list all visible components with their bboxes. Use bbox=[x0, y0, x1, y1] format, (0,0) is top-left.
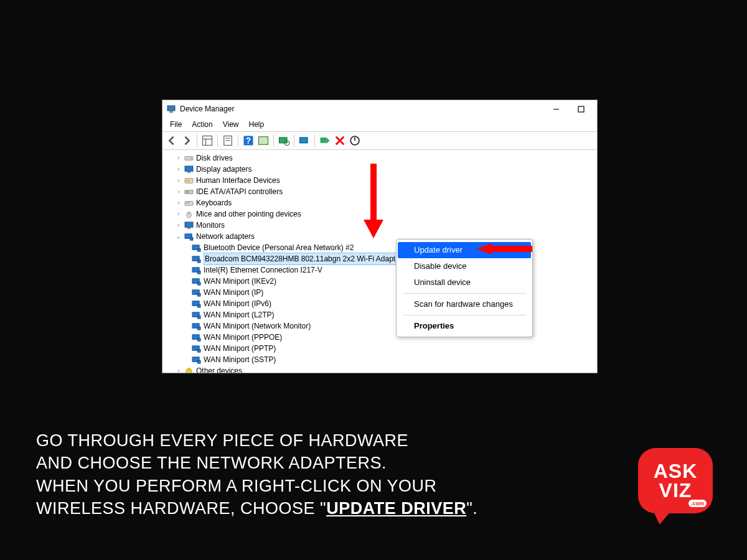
menu-action[interactable]: Action bbox=[187, 119, 217, 130]
svg-rect-37 bbox=[190, 237, 193, 240]
expand-icon[interactable] bbox=[175, 164, 182, 175]
menu-bar: File Action View Help bbox=[162, 118, 597, 131]
tree-node-monitors[interactable]: Monitors bbox=[164, 220, 596, 231]
logo-bubble-icon: ASK VIZ .com bbox=[638, 448, 713, 513]
network-adapter-icon bbox=[191, 333, 201, 342]
tree-label: WAN Miniport (IKEv2) bbox=[204, 276, 276, 287]
ide-icon bbox=[184, 187, 194, 196]
expand-icon[interactable] bbox=[175, 365, 182, 373]
network-adapter-icon bbox=[191, 355, 201, 364]
tree-label: IDE ATA/ATAPI controllers bbox=[196, 186, 283, 197]
tree-item-wan-sstp[interactable]: WAN Miniport (SSTP) bbox=[164, 354, 596, 365]
update-driver-button[interactable] bbox=[298, 134, 311, 147]
ctx-separator bbox=[403, 293, 526, 294]
network-adapter-icon bbox=[191, 277, 201, 286]
expand-icon[interactable] bbox=[175, 220, 182, 231]
tree-node-mice[interactable]: Mice and other pointing devices bbox=[164, 208, 596, 220]
svg-text:?: ? bbox=[187, 368, 190, 373]
tree-label: Keyboards bbox=[196, 197, 232, 208]
svg-rect-29 bbox=[186, 202, 186, 203]
title-bar[interactable]: Device Manager bbox=[162, 100, 597, 118]
scan-hardware-button[interactable] bbox=[277, 134, 291, 147]
menu-view[interactable]: View bbox=[218, 119, 244, 130]
svg-text:?: ? bbox=[246, 136, 251, 146]
display-icon bbox=[184, 165, 194, 174]
enable-device-button[interactable] bbox=[318, 134, 332, 147]
tree-label: WAN Miniport (PPPOE) bbox=[204, 332, 282, 343]
ctx-update-driver[interactable]: Update driver bbox=[398, 242, 531, 258]
network-adapter-icon bbox=[191, 288, 201, 297]
tree-node-disk-drives[interactable]: Disk drives bbox=[164, 152, 596, 164]
mouse-icon bbox=[184, 210, 194, 218]
forward-button[interactable] bbox=[180, 134, 194, 147]
ctx-disable-device[interactable]: Disable device bbox=[398, 258, 531, 274]
svg-rect-4 bbox=[203, 136, 212, 146]
svg-rect-59 bbox=[197, 360, 200, 363]
expand-icon[interactable] bbox=[175, 175, 182, 186]
expand-icon[interactable] bbox=[175, 208, 182, 220]
svg-rect-26 bbox=[186, 191, 187, 192]
svg-rect-3 bbox=[578, 106, 584, 112]
ctx-properties[interactable]: Properties bbox=[398, 318, 531, 334]
tree-node-display-adapters[interactable]: Display adapters bbox=[164, 164, 596, 175]
other-icon: ? bbox=[184, 366, 194, 373]
toolbar: ? bbox=[162, 131, 597, 150]
tree-label: Disk drives bbox=[196, 152, 233, 164]
tree-label: Network adapters bbox=[196, 231, 255, 242]
back-button[interactable] bbox=[165, 134, 179, 147]
disable-device-button[interactable] bbox=[348, 134, 362, 147]
svg-rect-35 bbox=[187, 228, 190, 229]
tree-label: Monitors bbox=[196, 220, 225, 231]
svg-rect-13 bbox=[280, 138, 288, 143]
tree-label: Mice and other pointing devices bbox=[196, 208, 301, 220]
tree-label: WAN Miniport (IPv6) bbox=[204, 298, 271, 309]
tree-label: Display adapters bbox=[196, 164, 251, 175]
ctx-uninstall-device[interactable]: Uninstall device bbox=[398, 274, 531, 291]
window-title: Device Manager bbox=[180, 105, 234, 113]
properties-button[interactable] bbox=[221, 134, 235, 147]
expand-icon[interactable] bbox=[175, 186, 182, 197]
expand-icon[interactable] bbox=[175, 152, 182, 164]
minimize-button[interactable] bbox=[543, 102, 568, 116]
network-adapter-icon bbox=[191, 266, 201, 274]
tree-node-other-devices[interactable]: ? Other devices bbox=[164, 365, 596, 373]
svg-rect-20 bbox=[185, 166, 193, 170]
svg-rect-28 bbox=[185, 201, 193, 205]
svg-rect-43 bbox=[197, 271, 200, 274]
action-button[interactable] bbox=[256, 134, 270, 147]
network-adapter-icon bbox=[191, 344, 201, 353]
instruction-caption: GO THROUGH EVERY PIECE OF HARDWARE AND C… bbox=[36, 429, 596, 520]
menu-help[interactable]: Help bbox=[244, 119, 270, 130]
tree-label: WAN Miniport (IP) bbox=[204, 287, 263, 298]
tree-node-ide[interactable]: IDE ATA/ATAPI controllers bbox=[164, 186, 596, 197]
svg-point-23 bbox=[186, 180, 187, 181]
expand-icon[interactable] bbox=[175, 197, 182, 208]
logo-text-com: .com bbox=[688, 500, 707, 507]
svg-rect-53 bbox=[197, 327, 200, 330]
drive-icon bbox=[184, 154, 194, 162]
svg-rect-21 bbox=[187, 172, 190, 173]
tree-item-wan-pptp[interactable]: WAN Miniport (PPTP) bbox=[164, 343, 596, 354]
tree-label: Human Interface Devices bbox=[196, 175, 280, 186]
maximize-button[interactable] bbox=[568, 102, 593, 116]
show-hide-tree-button[interactable] bbox=[200, 134, 214, 147]
tree-label: Bluetooth Device (Personal Area Network)… bbox=[204, 242, 354, 253]
askviz-logo: ASK VIZ .com bbox=[638, 448, 713, 523]
svg-rect-34 bbox=[185, 222, 193, 226]
help-button[interactable]: ? bbox=[242, 134, 255, 147]
tree-node-hid[interactable]: Human Interface Devices bbox=[164, 175, 596, 186]
uninstall-device-button[interactable] bbox=[333, 134, 347, 147]
svg-rect-1 bbox=[169, 111, 173, 113]
network-icon bbox=[184, 232, 194, 241]
hid-icon bbox=[184, 176, 194, 185]
tree-node-keyboards[interactable]: Keyboards bbox=[164, 197, 596, 208]
menu-file[interactable]: File bbox=[165, 119, 187, 130]
logo-text-2: VIZ bbox=[659, 481, 692, 500]
svg-rect-0 bbox=[167, 106, 175, 111]
tree-label: WAN Miniport (Network Monitor) bbox=[204, 320, 311, 332]
network-adapter-icon bbox=[191, 322, 201, 330]
context-menu: Update driver Disable device Uninstall d… bbox=[396, 239, 533, 337]
ctx-scan-hardware[interactable]: Scan for hardware changes bbox=[398, 296, 531, 312]
logo-text-1: ASK bbox=[654, 462, 698, 480]
collapse-icon[interactable] bbox=[175, 231, 182, 242]
